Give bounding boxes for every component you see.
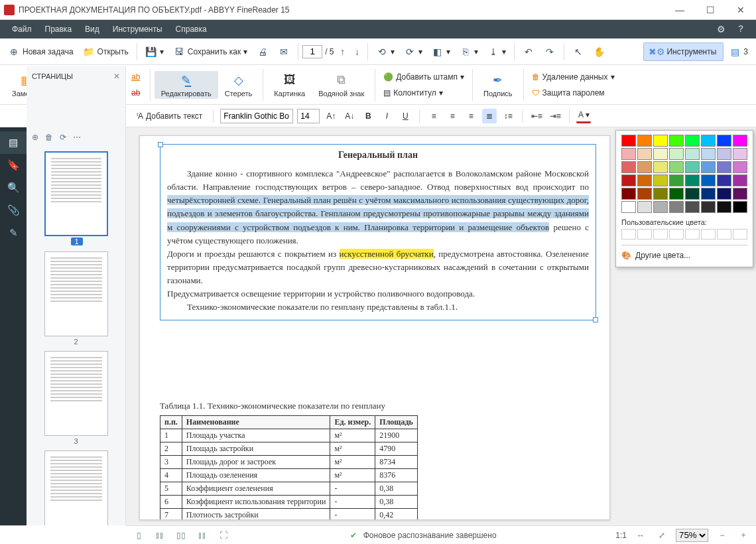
color-swatch[interactable] xyxy=(669,174,684,186)
signatures-tab-icon[interactable]: ✎ xyxy=(0,222,27,244)
color-swatch[interactable] xyxy=(733,135,747,147)
menu-edit[interactable]: Правка xyxy=(38,20,79,38)
color-swatch[interactable] xyxy=(717,148,731,160)
color-swatch[interactable] xyxy=(669,135,684,147)
rotate-left-button[interactable]: ⟲▾ xyxy=(372,43,399,60)
single-page-view-icon[interactable]: ▯ xyxy=(131,528,146,543)
strikethrough-button[interactable]: ab xyxy=(129,86,143,100)
edit-button[interactable]: ✎̲ Редактировать xyxy=(155,71,218,99)
crop-button[interactable]: ◧▾ xyxy=(428,43,454,60)
color-swatch[interactable] xyxy=(717,174,731,186)
color-swatch[interactable] xyxy=(653,174,668,186)
color-swatch[interactable] xyxy=(701,135,716,147)
settings-icon[interactable]: ⚙ xyxy=(712,24,731,34)
color-swatch[interactable] xyxy=(669,188,684,200)
color-swatch[interactable] xyxy=(685,201,700,213)
color-swatch[interactable] xyxy=(669,161,684,173)
align-justify-button[interactable]: ≣ xyxy=(482,109,497,123)
hand-tool[interactable]: ✋ xyxy=(590,43,609,60)
new-task-button[interactable]: ⊕ Новая задача xyxy=(4,43,78,60)
fit-page-icon[interactable]: ⤢ xyxy=(655,528,669,543)
align-center-button[interactable]: ≡ xyxy=(445,109,460,123)
custom-color-slot[interactable] xyxy=(653,229,668,239)
add-stamp-button[interactable]: 🟢 Добавить штамп ▾ xyxy=(379,71,468,83)
pointer-tool[interactable]: ↖ xyxy=(568,43,588,60)
color-swatch[interactable] xyxy=(701,148,716,160)
color-swatch[interactable] xyxy=(621,148,636,160)
document-canvas[interactable]: Генеральный план Здание конно - спортивн… xyxy=(139,135,610,520)
color-swatch[interactable] xyxy=(653,135,668,147)
color-swatch[interactable] xyxy=(653,201,668,213)
help-icon[interactable]: ？ xyxy=(731,23,751,35)
more-colors-button[interactable]: 🎨 Другие цвета... xyxy=(621,251,747,260)
save-button[interactable]: 💾▾ xyxy=(141,43,168,60)
page-thumbnail[interactable]: 3 xyxy=(44,351,108,445)
color-swatch[interactable] xyxy=(685,135,700,147)
italic-button[interactable]: I xyxy=(379,109,394,123)
cont-two-page-view-icon[interactable]: ⫿⫿ xyxy=(195,528,210,543)
color-swatch[interactable] xyxy=(637,161,652,173)
watermark-button[interactable]: ⧉ Водяной знак xyxy=(312,71,371,99)
text-edit-frame[interactable]: Генеральный план Здание конно - спортивн… xyxy=(160,144,596,320)
delete-page-icon[interactable]: 🗑 xyxy=(45,133,53,142)
page-thumbnail[interactable]: 4 xyxy=(44,450,108,525)
color-swatch[interactable] xyxy=(733,188,747,200)
print-button[interactable]: 🖨 xyxy=(253,43,273,60)
color-swatch[interactable] xyxy=(637,148,652,160)
color-swatch[interactable] xyxy=(733,161,747,173)
color-swatch[interactable] xyxy=(621,161,636,173)
header-footer-button[interactable]: ▤ Колонтитул ▾ xyxy=(379,87,468,99)
menu-tools[interactable]: Инструменты xyxy=(106,20,169,38)
two-page-view-icon[interactable]: ▯▯ xyxy=(174,528,188,543)
save-as-button[interactable]: 🖫 Сохранить как ▾ xyxy=(169,43,251,60)
color-swatch[interactable] xyxy=(717,161,731,173)
custom-color-slot[interactable] xyxy=(621,229,636,239)
comments-button[interactable]: ▤ 3 xyxy=(725,43,752,60)
tools-toggle[interactable]: ✖⚙ Инструменты xyxy=(643,42,724,61)
zoom-out-button[interactable]: − xyxy=(715,528,729,543)
menu-file[interactable]: Файл xyxy=(5,20,38,38)
font-family-select[interactable] xyxy=(220,109,293,123)
menu-help[interactable]: Справка xyxy=(169,20,214,38)
color-swatch[interactable] xyxy=(653,188,668,200)
add-page-icon[interactable]: ⊕ xyxy=(32,133,38,142)
bookmarks-tab-icon[interactable]: 🔖 xyxy=(0,154,27,176)
decrease-indent-button[interactable]: ⇤≡ xyxy=(529,109,544,123)
color-swatch[interactable] xyxy=(685,148,700,160)
color-swatch[interactable] xyxy=(733,174,747,186)
increase-indent-button[interactable]: ⇥≡ xyxy=(548,109,562,123)
align-right-button[interactable]: ≡ xyxy=(464,109,478,123)
page-next-icon[interactable]: ↓ xyxy=(351,46,363,58)
erase-button[interactable]: ◇ Стереть xyxy=(218,71,259,99)
color-swatch[interactable] xyxy=(621,201,636,213)
color-swatch[interactable] xyxy=(685,174,700,186)
align-left-button[interactable]: ≡ xyxy=(426,109,441,123)
color-swatch[interactable] xyxy=(701,188,716,200)
color-swatch[interactable] xyxy=(701,201,716,213)
font-color-button[interactable]: A ▾ xyxy=(576,109,591,123)
add-text-button[interactable]: ᴵA Добавить текст xyxy=(133,109,206,123)
color-swatch[interactable] xyxy=(637,201,652,213)
extract-button[interactable]: ⤓▾ xyxy=(483,43,510,60)
color-swatch[interactable] xyxy=(621,188,636,200)
color-swatch[interactable] xyxy=(717,201,731,213)
redo-button[interactable]: ↷ xyxy=(540,43,560,60)
custom-color-slot[interactable] xyxy=(637,229,652,239)
color-swatch[interactable] xyxy=(621,174,636,186)
color-swatch[interactable] xyxy=(637,174,652,186)
page-current-input[interactable] xyxy=(302,45,322,58)
zoom-ratio-label[interactable]: 1:1 xyxy=(615,531,627,540)
maximize-button[interactable]: ☐ xyxy=(695,0,725,20)
color-swatch[interactable] xyxy=(685,161,700,173)
color-swatch[interactable] xyxy=(733,201,747,213)
fit-width-icon[interactable]: ↔ xyxy=(633,528,648,543)
pages-tab-icon[interactable]: ▤ xyxy=(0,131,27,154)
close-pages-panel-icon[interactable]: ✕ xyxy=(113,72,120,81)
rotate-right-button[interactable]: ⟳▾ xyxy=(400,43,426,60)
close-button[interactable]: ✕ xyxy=(725,0,756,20)
custom-color-slot[interactable] xyxy=(733,229,747,239)
search-tab-icon[interactable]: 🔍 xyxy=(0,176,27,199)
underline-button[interactable]: ab xyxy=(129,70,143,84)
custom-color-slot[interactable] xyxy=(685,229,700,239)
color-swatch[interactable] xyxy=(621,135,636,147)
